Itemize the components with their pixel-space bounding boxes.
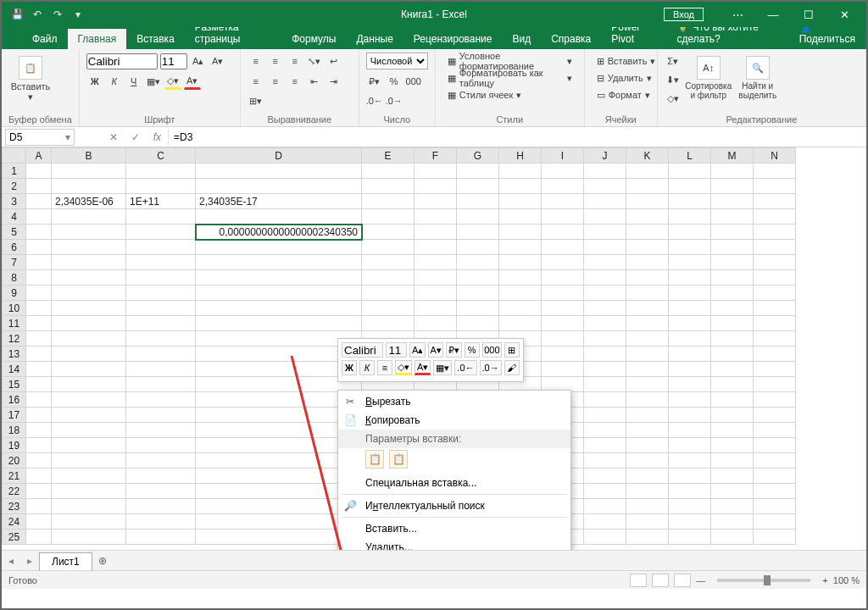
cell[interactable]	[26, 499, 52, 514]
cell[interactable]	[584, 286, 626, 301]
cell[interactable]	[52, 331, 126, 347]
cell[interactable]	[584, 423, 626, 438]
paste-option-1-icon[interactable]: 📋	[365, 450, 384, 469]
cell[interactable]	[626, 164, 669, 179]
cell[interactable]	[362, 209, 415, 225]
tab-review[interactable]: Рецензирование	[403, 29, 503, 49]
signin-button[interactable]: Вход	[664, 8, 704, 21]
cell[interactable]	[52, 240, 126, 255]
cell[interactable]	[126, 179, 196, 194]
cell[interactable]	[362, 164, 415, 179]
cell[interactable]	[669, 179, 711, 194]
cell[interactable]	[754, 408, 796, 423]
cell[interactable]	[669, 499, 711, 514]
cell[interactable]	[669, 331, 711, 347]
number-format[interactable]: Числовой	[366, 53, 428, 69]
cell[interactable]: 0,00000000000000002340350	[196, 225, 362, 240]
decrease-font-icon[interactable]: A▾	[209, 53, 226, 69]
cell[interactable]	[711, 423, 754, 438]
cell[interactable]	[26, 423, 52, 438]
cell[interactable]	[457, 316, 499, 331]
cell[interactable]	[669, 453, 711, 469]
cell[interactable]	[669, 270, 711, 286]
cell[interactable]	[542, 255, 584, 270]
cell[interactable]	[196, 316, 362, 331]
tab-data[interactable]: Данные	[346, 29, 403, 49]
paste-option-2-icon[interactable]: 📋	[389, 450, 408, 469]
cell[interactable]	[26, 270, 52, 286]
sheet-nav-prev-icon[interactable]: ◂	[2, 555, 20, 567]
cell[interactable]	[626, 179, 669, 194]
cell[interactable]	[415, 255, 457, 270]
cell[interactable]	[26, 362, 52, 377]
tab-help[interactable]: Справка	[541, 29, 601, 49]
mini-font-size[interactable]	[386, 342, 407, 358]
col-header[interactable]: I	[542, 148, 584, 164]
cell[interactable]	[26, 179, 52, 194]
cell[interactable]	[754, 270, 796, 286]
cell[interactable]	[126, 164, 196, 179]
row-header[interactable]: 9	[3, 286, 26, 301]
cell[interactable]	[126, 347, 196, 362]
cell[interactable]	[52, 225, 126, 240]
cell[interactable]	[711, 469, 754, 484]
row-header[interactable]: 12	[3, 331, 26, 347]
align-center-icon[interactable]: ≡	[267, 73, 284, 90]
cell[interactable]	[499, 179, 542, 194]
cell[interactable]	[26, 301, 52, 316]
cell[interactable]	[669, 392, 711, 408]
cell[interactable]	[26, 484, 52, 499]
cell[interactable]	[711, 301, 754, 316]
cell[interactable]	[626, 316, 669, 331]
ctx-paste-special[interactable]: Специальная вставка...	[338, 474, 570, 492]
cell[interactable]	[584, 392, 626, 408]
row-header[interactable]: 8	[3, 270, 26, 286]
minimize-button[interactable]: —	[756, 3, 790, 26]
cell[interactable]	[499, 316, 542, 331]
cell[interactable]	[626, 194, 669, 209]
row-header[interactable]: 6	[3, 240, 26, 255]
cell[interactable]	[126, 423, 196, 438]
cell[interactable]	[499, 270, 542, 286]
view-normal-icon[interactable]	[630, 574, 647, 587]
cell[interactable]	[669, 377, 711, 392]
bold-button[interactable]: Ж	[86, 73, 103, 90]
cell[interactable]	[457, 179, 499, 194]
cell[interactable]	[126, 286, 196, 301]
cell[interactable]	[542, 362, 584, 377]
cell[interactable]	[626, 377, 669, 392]
cell[interactable]	[711, 316, 754, 331]
cell[interactable]	[584, 469, 626, 484]
inc-decimal-icon[interactable]: .0←	[366, 92, 383, 109]
cell[interactable]	[457, 301, 499, 316]
save-icon[interactable]: 💾	[8, 6, 25, 23]
cell[interactable]	[669, 164, 711, 179]
fx-enter-icon[interactable]: ✓	[131, 131, 140, 143]
cell[interactable]	[584, 530, 626, 545]
cell[interactable]	[626, 362, 669, 377]
redo-icon[interactable]: ↷	[49, 6, 66, 23]
cell[interactable]	[754, 530, 796, 545]
currency-icon[interactable]: ₽▾	[366, 73, 383, 90]
cell[interactable]	[626, 530, 669, 545]
cell[interactable]	[415, 179, 457, 194]
cell[interactable]	[669, 286, 711, 301]
formula-input[interactable]: =D3	[168, 129, 866, 146]
name-box[interactable]: D5▾	[5, 129, 75, 146]
cell[interactable]	[626, 209, 669, 225]
format-table-button[interactable]: ▦ Форматировать как таблицу ▾	[442, 69, 577, 86]
cell[interactable]	[754, 484, 796, 499]
cell[interactable]	[52, 377, 126, 392]
mini-inc-font-icon[interactable]: A▴	[409, 342, 426, 358]
mini-merge-icon[interactable]: ⊞	[504, 342, 520, 358]
zoom-slider[interactable]	[717, 579, 810, 582]
row-header[interactable]: 19	[3, 438, 26, 453]
cell[interactable]	[711, 286, 754, 301]
cell[interactable]	[126, 530, 196, 545]
cell[interactable]	[626, 347, 669, 362]
cell[interactable]	[711, 530, 754, 545]
cell[interactable]	[196, 301, 362, 316]
cell[interactable]	[754, 392, 796, 408]
cell[interactable]	[542, 164, 584, 179]
row-header[interactable]: 17	[3, 408, 26, 423]
